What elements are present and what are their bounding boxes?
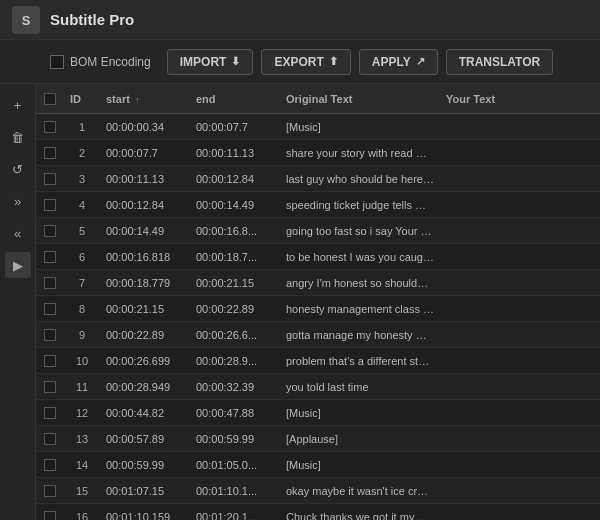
col-header-start[interactable]: start ↑ (100, 93, 190, 105)
apply-button[interactable]: APPLY ↗ (359, 49, 438, 75)
table-row: 5 00:00:14.49 00:00:16.8... going too fa… (36, 218, 600, 244)
title-bar: S Subtitle Pro (0, 0, 600, 40)
row-start: 00:00:26.699 (100, 355, 190, 367)
row-start: 00:01:07.15 (100, 485, 190, 497)
row-checkbox[interactable] (44, 355, 56, 367)
row-original: honesty management class be... (280, 303, 440, 315)
row-start: 00:00:59.99 (100, 459, 190, 471)
row-id: 5 (64, 225, 100, 237)
table-row: 9 00:00:22.89 00:00:26.6... gotta manage… (36, 322, 600, 348)
row-end: 00:00:32.39 (190, 381, 280, 393)
import-button[interactable]: IMPORT ⬇ (167, 49, 254, 75)
table-row: 1 00:00:00.34 00:00:07.7 [Music] (36, 114, 600, 140)
row-end: 00:00:26.6... (190, 329, 280, 341)
row-checkbox[interactable] (44, 277, 56, 289)
table-row: 3 00:00:11.13 00:00:12.84 last guy who s… (36, 166, 600, 192)
app-logo: S (12, 6, 40, 34)
row-start: 00:00:07.7 (100, 147, 190, 159)
row-checkbox[interactable] (44, 485, 56, 497)
col-header-original: Original Text (280, 93, 440, 105)
row-checkbox[interactable] (44, 511, 56, 521)
export-label: EXPORT (274, 55, 323, 69)
sidebar: + 🗑 ↺ » « ▶ (0, 84, 36, 520)
row-checkbox[interactable] (44, 433, 56, 445)
row-id: 2 (64, 147, 100, 159)
row-end: 00:00:16.8... (190, 225, 280, 237)
app-container: S Subtitle Pro BOM Encoding IMPORT ⬇ EXP… (0, 0, 600, 520)
row-start: 00:00:28.949 (100, 381, 190, 393)
delete-button[interactable]: 🗑 (5, 124, 31, 150)
row-end: 00:01:05.0... (190, 459, 280, 471)
row-end: 00:00:07.7 (190, 121, 280, 133)
table-row: 10 00:00:26.699 00:00:28.9... problem th… (36, 348, 600, 374)
row-checkbox-cell (36, 459, 64, 471)
row-start: 00:00:16.818 (100, 251, 190, 263)
row-end: 00:00:18.7... (190, 251, 280, 263)
row-checkbox[interactable] (44, 329, 56, 341)
table-row: 7 00:00:18.779 00:00:21.15 angry I'm hon… (36, 270, 600, 296)
row-checkbox[interactable] (44, 121, 56, 133)
row-checkbox-cell (36, 407, 64, 419)
row-end: 00:00:11.13 (190, 147, 280, 159)
table-row: 13 00:00:57.89 00:00:59.99 [Applause] (36, 426, 600, 452)
row-checkbox[interactable] (44, 407, 56, 419)
col-header-end: end (190, 93, 280, 105)
bom-encoding-checkbox[interactable] (50, 55, 64, 69)
table-row: 2 00:00:07.7 00:00:11.13 share your stor… (36, 140, 600, 166)
row-original: Chuck thanks we got it my ho... (280, 511, 440, 521)
row-original: problem that's a different stor... (280, 355, 440, 367)
row-end: 00:00:47.88 (190, 407, 280, 419)
table-row: 15 00:01:07.15 00:01:10.1... okay maybe … (36, 478, 600, 504)
row-start: 00:00:11.13 (100, 173, 190, 185)
row-id: 10 (64, 355, 100, 367)
header-checkbox-cell (36, 93, 64, 105)
row-checkbox-cell (36, 355, 64, 367)
row-start: 00:00:22.89 (100, 329, 190, 341)
row-checkbox[interactable] (44, 381, 56, 393)
row-id: 11 (64, 381, 100, 393)
row-checkbox-cell (36, 381, 64, 393)
row-original: [Music] (280, 459, 440, 471)
table-row: 12 00:00:44.82 00:00:47.88 [Music] (36, 400, 600, 426)
row-id: 6 (64, 251, 100, 263)
row-checkbox-cell (36, 511, 64, 521)
back-button[interactable]: « (5, 220, 31, 246)
row-checkbox-cell (36, 225, 64, 237)
row-start: 00:00:44.82 (100, 407, 190, 419)
export-icon: ⬆ (329, 55, 338, 68)
refresh-button[interactable]: ↺ (5, 156, 31, 182)
apply-icon: ↗ (416, 55, 425, 68)
row-original: share your story with read me ... (280, 147, 440, 159)
row-start: 00:00:18.779 (100, 277, 190, 289)
row-id: 9 (64, 329, 100, 341)
row-checkbox-cell (36, 121, 64, 133)
col-header-id: ID (64, 93, 100, 105)
row-checkbox[interactable] (44, 459, 56, 471)
row-checkbox[interactable] (44, 199, 56, 211)
app-title: Subtitle Pro (50, 11, 134, 28)
row-checkbox[interactable] (44, 173, 56, 185)
row-start: 00:00:14.49 (100, 225, 190, 237)
row-end: 00:00:22.89 (190, 303, 280, 315)
table-container: ID start ↑ end Original Text Your Text 1… (36, 84, 600, 520)
row-checkbox-cell (36, 329, 64, 341)
row-original: angry I'm honest so shouldn't ... (280, 277, 440, 289)
row-original: gotta manage my honesty mm... (280, 329, 440, 341)
forward-button[interactable]: » (5, 188, 31, 214)
table-row: 8 00:00:21.15 00:00:22.89 honesty manage… (36, 296, 600, 322)
row-checkbox[interactable] (44, 147, 56, 159)
row-original: to be honest I was you caught ... (280, 251, 440, 263)
header-checkbox[interactable] (44, 93, 56, 105)
row-start: 00:00:57.89 (100, 433, 190, 445)
export-button[interactable]: EXPORT ⬆ (261, 49, 350, 75)
row-checkbox-cell (36, 485, 64, 497)
row-checkbox-cell (36, 147, 64, 159)
translator-button[interactable]: TRANSLATOR (446, 49, 554, 75)
row-checkbox[interactable] (44, 251, 56, 263)
row-checkbox[interactable] (44, 225, 56, 237)
bom-encoding-label: BOM Encoding (70, 55, 151, 69)
row-checkbox[interactable] (44, 303, 56, 315)
row-id: 15 (64, 485, 100, 497)
play-button[interactable]: ▶ (5, 252, 31, 278)
add-button[interactable]: + (5, 92, 31, 118)
